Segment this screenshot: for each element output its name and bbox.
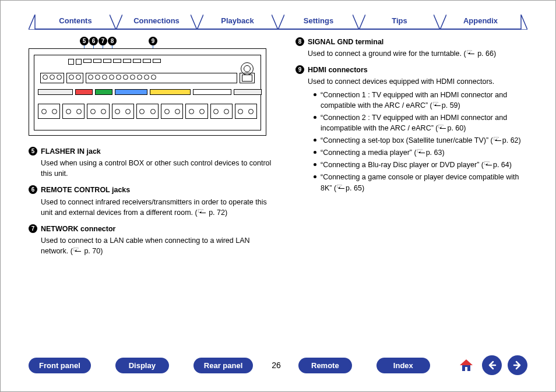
top-nav: Contents Connections Playback Settings T… (1, 1, 555, 30)
list-item: “Connection 2 : TV equipped with an HDMI… (314, 112, 527, 133)
def-network: 7 NETWORK connector Used to connect to a… (29, 224, 279, 256)
page-ref-link[interactable]: p. 63 (426, 149, 442, 157)
def-desc: Used to connect infrared receivers/trans… (41, 197, 279, 218)
page-number: 26 (272, 361, 281, 370)
def-remote-control: 6 REMOTE CONTROL jacks Used to connect i… (29, 185, 279, 217)
prev-button[interactable] (482, 355, 502, 375)
left-definitions: 5 FLASHER IN jack Used when using a cont… (29, 146, 279, 256)
page-ref-icon (198, 210, 207, 216)
tab-playback[interactable]: Playback (203, 16, 272, 29)
page-ref-icon (484, 162, 493, 168)
tab-edge-icon (515, 15, 527, 30)
home-icon (458, 357, 474, 373)
def-title: FLASHER IN jack (41, 146, 279, 157)
list-item: “Connecting a game console or player dev… (314, 172, 527, 193)
pill-remote[interactable]: Remote (298, 358, 352, 373)
tab-sep-icon (434, 15, 446, 30)
arrow-right-icon (513, 361, 522, 370)
page-ref-icon (417, 150, 426, 156)
def-num: 7 (29, 224, 37, 233)
callout-7: 7 (98, 37, 107, 45)
page-ref-link[interactable]: p. 72 (209, 209, 225, 217)
home-button[interactable] (456, 355, 476, 375)
def-desc: Used to connect devices equipped with HD… (308, 76, 527, 87)
def-desc: Used when using a control BOX or other s… (41, 158, 279, 179)
page-ref-icon (493, 137, 502, 143)
callout-5: 5 (80, 37, 89, 45)
diagram-callouts: 5 6 7 8 9 (80, 37, 279, 47)
def-signal-gnd: 8 SIGNAL GND terminal Used to connect a … (295, 37, 527, 59)
tab-sep-icon (191, 15, 203, 30)
arrow-left-icon (487, 361, 497, 370)
content-area: 5 6 7 8 9 (1, 30, 555, 262)
svg-rect-2 (465, 367, 467, 371)
def-hdmi: 9 HDMI connectors Used to connect device… (295, 65, 527, 195)
pill-rear-panel[interactable]: Rear panel (193, 358, 253, 373)
page-ref-link[interactable]: p. 62 (502, 136, 519, 144)
def-num: 9 (295, 65, 304, 74)
page-ref-link[interactable]: p. 64 (493, 161, 509, 169)
list-item: “Connecting a set-top box (Satellite tun… (314, 135, 527, 146)
hdmi-bullet-list: “Connection 1 : TV equipped with an HDMI… (314, 90, 527, 193)
bottom-nav: Front panel Display Rear panel 26 Remote… (1, 355, 555, 375)
def-num: 6 (29, 185, 37, 194)
svg-marker-0 (460, 359, 473, 365)
callout-8: 8 (108, 37, 117, 45)
list-item: “Connection 1 : TV equipped with an HDMI… (314, 90, 527, 111)
page-ref-icon (336, 185, 346, 191)
def-num: 8 (295, 37, 304, 46)
def-title: NETWORK connector (41, 224, 279, 234)
rear-panel-diagram (29, 48, 266, 136)
tab-settings[interactable]: Settings (284, 16, 353, 29)
def-title: HDMI connectors (308, 65, 527, 75)
tab-row: Contents Connections Playback Settings T… (29, 13, 527, 30)
def-num: 5 (29, 147, 37, 156)
tab-sep-icon (272, 15, 284, 30)
tab-connections[interactable]: Connections (122, 16, 191, 29)
list-item: “Connecting a media player” (p. 63) (314, 147, 527, 158)
page-ref-icon (466, 51, 476, 56)
tab-appendix[interactable]: Appendix (446, 16, 515, 29)
left-column: 5 6 7 8 9 (29, 37, 279, 262)
right-column: 8 SIGNAL GND terminal Used to connect a … (295, 37, 527, 262)
pill-display[interactable]: Display (115, 358, 169, 373)
page-ref-link[interactable]: p. 59 (442, 101, 458, 110)
pill-index[interactable]: Index (376, 358, 430, 373)
page-ref-link[interactable]: p. 60 (447, 124, 463, 132)
nav-icons (456, 355, 527, 375)
page-ref-link[interactable]: p. 66 (477, 50, 494, 58)
tab-edge-icon (29, 15, 41, 30)
def-title: SIGNAL GND terminal (308, 37, 496, 47)
page-ref-link[interactable]: p. 70 (84, 247, 100, 255)
tab-contents[interactable]: Contents (41, 16, 110, 29)
callout-6: 6 (89, 37, 98, 45)
list-item: “Connecting a Blu-ray Disc player or DVD… (314, 160, 527, 170)
def-title: REMOTE CONTROL jacks (41, 185, 279, 195)
callout-9: 9 (149, 37, 157, 45)
next-button[interactable] (508, 355, 527, 375)
tab-sep-icon (353, 15, 365, 30)
pill-front-panel[interactable]: Front panel (29, 358, 91, 373)
page-ref-icon (73, 248, 82, 254)
def-desc: Used to connect a ground wire for the tu… (308, 48, 496, 59)
tab-sep-icon (110, 15, 122, 30)
tab-tips[interactable]: Tips (365, 16, 434, 29)
page-ref-link[interactable]: p. 65 (346, 184, 362, 192)
page-ref-icon (438, 125, 447, 131)
page-ref-icon (432, 103, 442, 108)
def-desc: Used to connect to a LAN cable when conn… (41, 235, 279, 256)
def-flasher-in: 5 FLASHER IN jack Used when using a cont… (29, 146, 279, 179)
